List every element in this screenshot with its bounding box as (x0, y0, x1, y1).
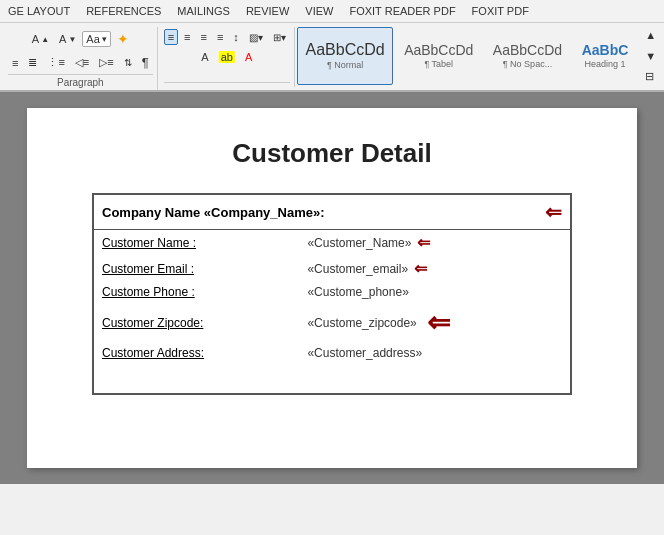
customer-zipcode-label: Customer Zipcode: (93, 303, 303, 343)
align-right-btn[interactable]: ≡ (197, 29, 211, 45)
table-spacer-row (93, 364, 571, 394)
custome-phone-value-cell: «Custome_phone» (303, 282, 571, 303)
border-btn[interactable]: ⊞▾ (269, 30, 290, 45)
table-row: Customer Zipcode: «Custome_zipcode» ⇐ (93, 303, 571, 343)
style-normal-btn[interactable]: AaBbCcDd ¶ Normal (297, 27, 394, 85)
company-name-label: Company Name «Company_Name»: (102, 205, 325, 220)
custome-phone-value: «Custome_phone» (307, 285, 408, 299)
style-tabel-label: ¶ Tabel (424, 59, 453, 69)
font-size-increase[interactable]: A▲ (28, 31, 53, 47)
font-size-group: A▲ A▼ Aa▾ ✦ ≡ ≣ ⋮≡ ◁≡ ▷≡ (4, 27, 158, 90)
list-numbers-btn[interactable]: ≣ (24, 54, 41, 71)
customer-zipcode-value: «Custome_zipcode» (307, 316, 416, 330)
style-nospace-preview: AaBbCcDd (493, 43, 562, 57)
styles-scroll-up[interactable]: ▲ (641, 27, 660, 43)
mail-merge-table: Company Name «Company_Name»: ⇐ Customer … (92, 193, 572, 395)
menu-view[interactable]: VIEW (297, 2, 341, 20)
menu-mailings[interactable]: MAILINGS (169, 2, 238, 20)
style-tabel-preview: AaBbCcDd (404, 43, 473, 57)
menu-ge-layout[interactable]: GE LAYOUT (0, 2, 78, 20)
styles-scroll-down[interactable]: ▼ (641, 48, 660, 64)
paragraph-label: Paragraph (8, 74, 153, 88)
customer-address-value: «Customer_address» (307, 346, 422, 360)
clear-format-btn[interactable]: ✦ (113, 29, 133, 49)
pilcrow-btn[interactable]: ¶ (138, 53, 153, 72)
style-nospace-btn[interactable]: AaBbCcDd ¶ No Spac... (484, 27, 571, 85)
customer-email-arrow: ⇐ (414, 259, 427, 278)
customer-name-label: Customer Name : (93, 230, 303, 256)
shading-btn[interactable]: ▨▾ (245, 30, 267, 45)
table-row: Custome Phone : «Custome_phone» (93, 282, 571, 303)
style-tabel-btn[interactable]: AaBbCcDd ¶ Tabel (395, 27, 482, 85)
style-normal-preview: AaBbCcDd (306, 42, 385, 58)
style-heading1-label: Heading 1 (584, 59, 625, 69)
style-normal-label: ¶ Normal (327, 60, 363, 70)
styles-expand[interactable]: ⊟ (641, 68, 660, 85)
menu-bar: GE LAYOUT REFERENCES MAILINGS REVIEW VIE… (0, 0, 664, 23)
list-bullets-btn[interactable]: ≡ (8, 55, 22, 71)
font-color-btn[interactable]: A (241, 49, 256, 65)
page: Customer Detail Company Name «Company_Na… (27, 108, 637, 468)
table-header-cell: Company Name «Company_Name»: ⇐ (93, 194, 571, 230)
customer-address-label: Customer Address: (93, 343, 303, 364)
customer-zipcode-value-cell: «Custome_zipcode» ⇐ (303, 303, 571, 343)
line-spacing-btn[interactable]: ↕ (229, 29, 243, 45)
menu-foxit-pdf[interactable]: FOXIT PDF (464, 2, 537, 20)
company-name-arrow: ⇐ (545, 200, 562, 224)
document-title: Customer Detail (232, 138, 431, 169)
font-size-box[interactable]: Aa▾ (82, 31, 110, 47)
align-center-btn[interactable]: ≡ (180, 29, 194, 45)
customer-email-label: Customer Email : (93, 256, 303, 282)
document-area: Customer Detail Company Name «Company_Na… (0, 92, 664, 484)
style-nospace-label: ¶ No Spac... (503, 59, 552, 69)
customer-address-value-cell: «Customer_address» (303, 343, 571, 364)
menu-foxit-reader-pdf[interactable]: FOXIT READER PDF (341, 2, 463, 20)
table-row: Customer Name : «Customer_Name» ⇐ (93, 230, 571, 256)
indent-decrease-btn[interactable]: ◁≡ (71, 54, 93, 71)
alignment-group: ≡ ≡ ≡ ≡ ↕ ▨▾ ⊞▾ A ab A (160, 27, 295, 87)
highlight-btn[interactable]: ab (215, 49, 239, 65)
table-header-row: Company Name «Company_Name»: ⇐ (93, 194, 571, 230)
sort-btn[interactable]: ⇅ (120, 55, 136, 70)
menu-review[interactable]: REVIEW (238, 2, 297, 20)
align-justify-btn[interactable]: ≡ (213, 29, 227, 45)
customer-name-arrow: ⇐ (417, 233, 430, 252)
table-row: Customer Address: «Customer_address» (93, 343, 571, 364)
custome-phone-label: Custome Phone : (93, 282, 303, 303)
align-left-btn[interactable]: ≡ (164, 29, 178, 45)
paragraph-section-label (164, 82, 290, 85)
list-multilevel-btn[interactable]: ⋮≡ (43, 54, 68, 71)
style-heading1-preview: AaBbC (582, 43, 629, 57)
menu-references[interactable]: REFERENCES (78, 2, 169, 20)
customer-zipcode-arrow: ⇐ (427, 306, 450, 339)
table-row: Customer Email : «Customer_email» ⇐ (93, 256, 571, 282)
ribbon: A▲ A▼ Aa▾ ✦ ≡ ≣ ⋮≡ ◁≡ ▷≡ (0, 23, 664, 92)
customer-name-value-cell: «Customer_Name» ⇐ (303, 230, 571, 256)
style-heading1-btn[interactable]: AaBbC Heading 1 (573, 27, 637, 85)
font-color-underline-btn[interactable]: A (197, 49, 212, 65)
customer-name-value: «Customer_Name» (307, 236, 411, 250)
customer-email-value: «Customer_email» (307, 262, 408, 276)
styles-area: AaBbCcDd ¶ Normal AaBbCcDd ¶ Tabel AaBbC… (297, 27, 660, 85)
customer-email-value-cell: «Customer_email» ⇐ (303, 256, 571, 282)
indent-increase-btn[interactable]: ▷≡ (95, 54, 117, 71)
font-size-decrease[interactable]: A▼ (55, 31, 80, 47)
